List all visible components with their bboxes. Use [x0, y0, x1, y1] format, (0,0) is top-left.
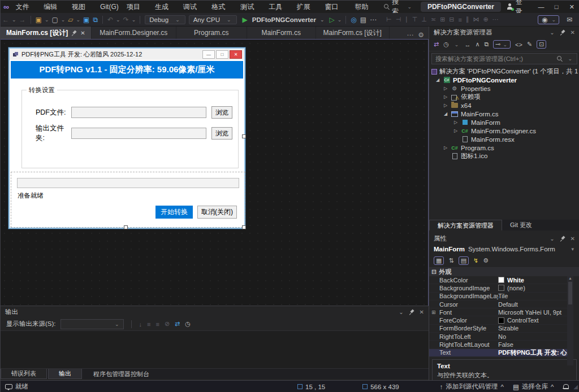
open-folder-icon[interactable]: ▱: [66, 16, 75, 24]
tree-item-mainform-designer[interactable]: ▷ C# MainForm.Designer.cs: [429, 127, 579, 135]
make-same-height-icon[interactable]: ⊟: [449, 16, 454, 23]
align-overflow-icon[interactable]: ⋯: [492, 16, 499, 23]
start-convert-button[interactable]: 开始转换: [155, 206, 193, 219]
tab-mainform-design-2[interactable]: MainForm.cs [设计]: [316, 27, 390, 39]
chevron-down-icon[interactable]: ⌄: [399, 309, 403, 315]
tree-item-dependencies[interactable]: ▷ ⚠ 依赖项: [429, 93, 579, 101]
tree-collapsed-icon[interactable]: ▷: [443, 86, 448, 91]
preview-selected-items-button[interactable]: ⊡: [537, 40, 546, 49]
vertical-spacing-icon[interactable]: ⋈: [473, 16, 479, 23]
tree-collapsed-icon[interactable]: ▷: [453, 120, 459, 125]
pdf-file-textbox[interactable]: [71, 107, 206, 118]
close-tab-icon[interactable]: ✕: [80, 30, 85, 36]
view-code-icon[interactable]: <>: [515, 41, 522, 48]
resize-grip-icon[interactable]: ◢: [573, 384, 579, 390]
solution-platform-dropdown[interactable]: Any CPU ⌄: [189, 15, 237, 24]
form-groupbox[interactable]: 转换设置 PDF文件: 浏览 输出文件夹: 浏览: [21, 90, 239, 168]
sync-with-active-document-icon[interactable]: ↔: [464, 41, 470, 48]
property-row-font[interactable]: ⊞ Font Microsoft YaHei UI, 9pt: [429, 308, 573, 316]
tab-solution-explorer[interactable]: 解决方案资源管理器: [429, 220, 502, 230]
browse-pdf-button[interactable]: 浏览: [211, 106, 232, 119]
window-layout-icon[interactable]: ▤: [358, 16, 368, 24]
word-wrap-icon[interactable]: ⇄: [175, 320, 180, 328]
tree-collapsed-icon[interactable]: ▷: [443, 145, 448, 150]
close-panel-icon[interactable]: ✕: [571, 236, 575, 242]
output-source-dropdown[interactable]: ⌄: [61, 319, 124, 329]
events-icon[interactable]: ↯: [473, 257, 478, 264]
horizontal-spacing-icon[interactable]: ∥: [466, 16, 469, 23]
tree-collapsed-icon[interactable]: ▷: [443, 94, 448, 99]
menu-test[interactable]: 测试(S): [236, 1, 265, 13]
property-row-righttoleft[interactable]: RightToLeft No: [429, 333, 573, 341]
tab-mainform-cs[interactable]: MainForm.cs: [247, 27, 316, 39]
menu-help[interactable]: 帮助(H): [351, 1, 380, 13]
center-horizontally-icon[interactable]: ⊕: [483, 16, 488, 23]
save-icon[interactable]: ▣: [81, 16, 91, 24]
menu-format[interactable]: 格式(O): [208, 1, 236, 13]
tree-item-program-cs[interactable]: ▷ C# Program.cs: [429, 143, 579, 152]
property-row-backcolor[interactable]: BackColor White: [429, 276, 573, 284]
tab-package-manager-console[interactable]: 程序包管理器控制台: [83, 369, 159, 379]
output-folder-textbox[interactable]: [71, 128, 206, 139]
live-share-button[interactable]: ◉ ⌄: [538, 15, 559, 24]
tab-output[interactable]: 输出: [48, 369, 82, 379]
form-designer-surface[interactable]: PDF转PNG工具 开发: 心若随风 2025-12-12 — □ ✕ PDF转…: [1, 39, 429, 306]
add-new-item-icon[interactable]: ▢: [50, 16, 59, 24]
start-debugging-button[interactable]: ▶ PDFtoPNGConverter ⌄: [239, 16, 328, 24]
tree-item-solution[interactable]: 解决方案 'PDFtoPNGConverter' (1 个项目，共 1 个): [429, 67, 579, 76]
browse-output-button[interactable]: 浏览: [211, 127, 232, 140]
chevron-down-icon[interactable]: ⌄: [453, 42, 460, 47]
property-row-forecolor[interactable]: ForeColor ControlText: [429, 316, 573, 324]
make-same-width-icon[interactable]: ⊞: [440, 16, 445, 23]
property-row-backgroundimagelayout[interactable]: BackgroundImageLayout Tile: [429, 293, 573, 300]
menu-debug[interactable]: 调试(D): [179, 1, 208, 13]
properties-tool-icon[interactable]: ✎: [527, 41, 532, 48]
resize-handle-corner[interactable]: [242, 225, 246, 229]
property-row-formborderstyle[interactable]: FormBorderStyle Sizable: [429, 325, 573, 333]
pin-icon[interactable]: [71, 30, 77, 36]
chevron-down-icon[interactable]: ⌄: [336, 17, 343, 23]
property-row-righttoleftlayout[interactable]: RightToLeftLayout False: [429, 341, 573, 349]
close-window-button[interactable]: ✕: [564, 1, 579, 13]
chevron-down-icon[interactable]: ⌄: [567, 56, 573, 62]
tree-expanded-icon[interactable]: ◢: [435, 77, 440, 82]
tree-item-mainform-resx[interactable]: MainForm.resx: [429, 135, 579, 143]
tree-item-properties[interactable]: ▷ ⚙ Properties: [429, 84, 579, 93]
properties-view-button[interactable]: ▤: [459, 256, 469, 265]
object-selector-dropdown[interactable]: MainForm System.Windows.Forms.Form ▾: [429, 244, 579, 254]
pin-icon[interactable]: [560, 236, 565, 242]
feedback-icon[interactable]: ✉: [565, 16, 574, 24]
solution-configuration-dropdown[interactable]: Debug ⌄: [145, 15, 185, 24]
tab-mainform-designer-cs[interactable]: MainForm.Designer.cs: [92, 27, 176, 39]
start-without-debugging-icon[interactable]: ▷: [327, 16, 336, 24]
scope-to-this-button[interactable]: ⊸ ⌄: [493, 40, 511, 49]
chevron-down-icon[interactable]: ⌄: [75, 17, 82, 23]
tree-expanded-icon[interactable]: ◢: [443, 111, 448, 116]
close-panel-icon[interactable]: ✕: [571, 29, 575, 36]
chevron-down-icon[interactable]: ⌄: [131, 17, 137, 23]
property-pages-icon[interactable]: ⚙: [483, 257, 489, 264]
align-rights-icon[interactable]: ⊣: [396, 16, 401, 23]
maximize-button[interactable]: □: [549, 1, 564, 13]
add-to-source-control-button[interactable]: ↑ 添加到源代码管理 ^: [435, 382, 508, 391]
form-banner-label[interactable]: PDF转PNG v1.1 - 固定分辨率: 59.06像素/厘米: [11, 61, 243, 79]
chevron-down-icon[interactable]: ⌄: [44, 17, 50, 23]
property-row-backgroundimage[interactable]: BackgroundImage (none): [429, 284, 573, 292]
notifications-button[interactable]: [558, 384, 573, 390]
tree-item-icon-file[interactable]: 图标1.ico: [429, 152, 579, 160]
find-in-files-icon[interactable]: ◎: [349, 16, 358, 24]
expand-icon[interactable]: ⊞: [431, 310, 436, 315]
undo-icon[interactable]: ↶: [106, 16, 115, 24]
align-bottoms-icon[interactable]: ⊥: [421, 16, 427, 23]
menu-view[interactable]: 视图(V): [68, 1, 96, 13]
categorized-button[interactable]: ▦: [434, 256, 444, 265]
alphabetical-icon[interactable]: ⇅: [448, 257, 453, 264]
menu-git[interactable]: Git(G): [96, 1, 123, 13]
align-middles-icon[interactable]: ≍: [431, 16, 436, 23]
collapse-all-icon[interactable]: ∧: [475, 41, 479, 48]
save-all-icon[interactable]: ⧉: [91, 16, 100, 24]
align-lefts-icon[interactable]: ⊢: [386, 16, 392, 23]
cancel-close-button[interactable]: 取消(关闭): [197, 206, 237, 219]
select-repository-button[interactable]: ▤ 选择仓库 ^: [508, 382, 558, 391]
align-centers-icon[interactable]: ∣: [405, 16, 408, 23]
